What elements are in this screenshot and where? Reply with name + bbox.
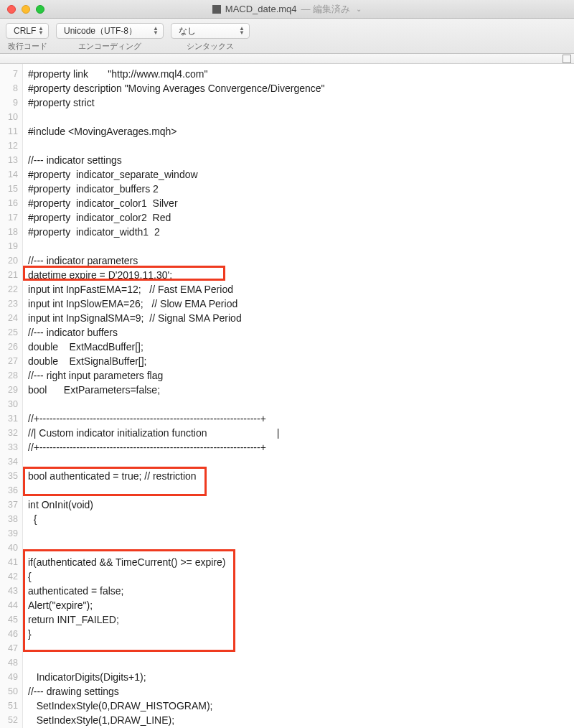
document-filename: MACD_date.mq4: [225, 4, 297, 14]
line-number: 7: [0, 67, 18, 81]
line-number: 43: [0, 584, 18, 598]
encoding-group: Unicode（UTF-8） ▲▼ エンコーディング: [56, 23, 164, 52]
title-bar: MACD_date.mq4 — 編集済み ⌄: [0, 0, 574, 19]
line-number-gutter: 7891011121314151617181920212223242526272…: [0, 64, 23, 728]
line-number: 30: [0, 397, 18, 411]
line-number: 29: [0, 383, 18, 397]
code-line[interactable]: [27, 239, 574, 253]
code-line[interactable]: //--- drawing settings: [27, 684, 574, 699]
code-line[interactable]: bool ExtParameters=false;: [27, 383, 574, 397]
code-line[interactable]: #property indicator_color2 Red: [27, 210, 574, 225]
line-ending-value: CRLF: [14, 26, 36, 36]
code-line[interactable]: #property strict: [27, 95, 574, 110]
code-line[interactable]: [27, 655, 574, 670]
encoding-value: Unicode（UTF-8）: [64, 25, 137, 37]
line-number: 9: [0, 95, 18, 110]
code-line[interactable]: [27, 397, 574, 411]
line-number: 31: [0, 411, 18, 426]
code-line[interactable]: }: [27, 627, 574, 641]
line-number: 40: [0, 541, 18, 555]
line-number: 25: [0, 325, 18, 340]
code-line[interactable]: #property indicator_color1 Silver: [27, 196, 574, 210]
code-line[interactable]: input int InpSignalSMA=9; // Signal SMA …: [27, 311, 574, 325]
line-number: 27: [0, 354, 18, 368]
code-line[interactable]: [27, 139, 574, 153]
line-number: 35: [0, 469, 18, 483]
line-number: 20: [0, 253, 18, 268]
code-line[interactable]: //--- indicator parameters: [27, 253, 574, 268]
line-ending-label: 改行コード: [8, 41, 47, 52]
code-line[interactable]: IndicatorDigits(Digits+1);: [27, 670, 574, 684]
code-line[interactable]: //+-------------------------------------…: [27, 411, 574, 426]
code-line[interactable]: #include <MovingAverages.mqh>: [27, 124, 574, 139]
code-line[interactable]: [27, 541, 574, 555]
code-line[interactable]: {: [27, 569, 574, 584]
line-number: 48: [0, 655, 18, 670]
document-icon: [212, 5, 221, 14]
code-line[interactable]: input int InpFastEMA=12; // Fast EMA Per…: [27, 282, 574, 297]
code-line[interactable]: double ExtSignalBuffer[];: [27, 354, 574, 368]
traffic-lights: [7, 5, 44, 14]
syntax-label: シンタックス: [187, 41, 234, 52]
code-line[interactable]: input int InpSlowEMA=26; // Slow EMA Per…: [27, 297, 574, 311]
code-line[interactable]: //| Custom indicator initialization func…: [27, 426, 574, 440]
line-number: 26: [0, 340, 18, 354]
line-number: 37: [0, 498, 18, 512]
toolbar: CRLF ▲▼ 改行コード Unicode（UTF-8） ▲▼ エンコーディング…: [0, 19, 574, 54]
line-number: 38: [0, 512, 18, 526]
code-line[interactable]: //--- indicator settings: [27, 153, 574, 167]
code-line[interactable]: if(authenticated && TimeCurrent() >= exp…: [27, 555, 574, 569]
line-number: 12: [0, 139, 18, 153]
split-view-button[interactable]: [563, 55, 571, 63]
line-number: 23: [0, 297, 18, 311]
line-ending-select[interactable]: CRLF ▲▼: [6, 23, 49, 39]
zoom-window-button[interactable]: [36, 5, 44, 14]
line-number: 46: [0, 627, 18, 641]
code-line[interactable]: #property indicator_width1 2: [27, 225, 574, 239]
code-line[interactable]: //+-------------------------------------…: [27, 440, 574, 454]
code-line[interactable]: authenticated = false;: [27, 584, 574, 598]
chevron-updown-icon: ▲▼: [38, 27, 44, 35]
code-line[interactable]: [27, 641, 574, 655]
document-edited-label: — 編集済み: [301, 3, 351, 16]
code-line[interactable]: SetIndexStyle(0,DRAW_HISTOGRAM);: [27, 699, 574, 713]
code-line[interactable]: #property indicator_buffers 2: [27, 182, 574, 196]
code-line[interactable]: {: [27, 512, 574, 526]
code-line[interactable]: int OnInit(void): [27, 498, 574, 512]
code-line[interactable]: bool authenticated = true; // restrictio…: [27, 469, 574, 483]
line-number: 18: [0, 225, 18, 239]
line-number: 16: [0, 196, 18, 210]
code-line[interactable]: [27, 110, 574, 124]
encoding-select[interactable]: Unicode（UTF-8） ▲▼: [56, 23, 164, 39]
code-line[interactable]: #property link "http://www.mql4.com": [27, 67, 574, 81]
line-number: 33: [0, 440, 18, 454]
code-line[interactable]: //--- right input parameters flag: [27, 368, 574, 383]
line-number: 14: [0, 167, 18, 182]
code-line[interactable]: #property indicator_separate_window: [27, 167, 574, 182]
line-number: 24: [0, 311, 18, 325]
line-number: 45: [0, 612, 18, 627]
code-line[interactable]: Alert("expire");: [27, 598, 574, 612]
line-number: 17: [0, 210, 18, 225]
code-area[interactable]: #property link "http://www.mql4.com"#pro…: [23, 64, 574, 728]
code-line[interactable]: datetime expire = D'2019.11.30';: [27, 268, 574, 282]
code-line[interactable]: //--- indicator buffers: [27, 325, 574, 340]
line-number: 8: [0, 81, 18, 95]
line-number: 10: [0, 110, 18, 124]
title-chevron-icon: ⌄: [356, 5, 362, 13]
line-number: 41: [0, 555, 18, 569]
code-line[interactable]: [27, 526, 574, 541]
line-number: 44: [0, 598, 18, 612]
code-line[interactable]: [27, 454, 574, 469]
line-number: 11: [0, 124, 18, 139]
minimize-window-button[interactable]: [22, 5, 30, 14]
code-line[interactable]: [27, 483, 574, 498]
code-line[interactable]: return INIT_FAILED;: [27, 612, 574, 627]
close-window-button[interactable]: [7, 5, 16, 14]
syntax-select[interactable]: なし ▲▼: [171, 23, 250, 39]
code-line[interactable]: SetIndexStyle(1,DRAW_LINE);: [27, 713, 574, 727]
chevron-updown-icon: ▲▼: [153, 27, 159, 35]
window-title: MACD_date.mq4 — 編集済み ⌄: [0, 3, 574, 16]
code-line[interactable]: #property description "Moving Averages C…: [27, 81, 574, 95]
code-line[interactable]: double ExtMacdBuffer[];: [27, 340, 574, 354]
